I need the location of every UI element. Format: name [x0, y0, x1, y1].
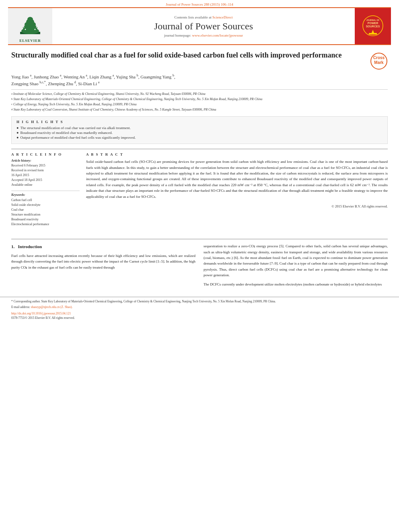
elsevier-label: ELSEVIER: [19, 39, 41, 43]
badge-icon: JOURNAL OF POWER SOURCES: [361, 14, 385, 38]
doi-link[interactable]: http://dx.doi.org/10.1016/j.jpowsour.201…: [11, 312, 71, 315]
svg-text:Cross: Cross: [373, 55, 385, 60]
page-container: Journal of Power Sources 288 (2015) 106–…: [0, 0, 399, 532]
abstract-column: A B S T R A C T Solid oxide-based carbon…: [86, 152, 388, 227]
corresponding-author-note: * Corresponding author. State Key Labora…: [11, 300, 388, 304]
authors: Yong Jiao a, Junhong Zhao a, Wenting An …: [11, 73, 388, 87]
article-title-row: Structurally modified coal char as a fue…: [11, 51, 388, 70]
svg-point-6: [27, 17, 33, 22]
email-note: E-mail address: shaozyp@njtech.edu.cn (Z…: [11, 305, 388, 310]
issn-line: 0378-7753/© 2015 Elsevier B.V. All right…: [0, 315, 399, 322]
affiliation-d: d State Key Laboratory of Coal Conversio…: [11, 107, 388, 112]
svg-text:Mark: Mark: [374, 60, 384, 65]
header-center: Contents lists available at ScienceDirec…: [52, 8, 355, 44]
highlight-bullet-2: ●: [16, 131, 19, 135]
intro-paragraph-1: Fuel cells have attracted increasing att…: [11, 253, 195, 270]
highlight-item-3: ● Output performance of modified char-fe…: [16, 136, 383, 140]
keyword-4: Structure modification: [11, 212, 80, 217]
footnote-section: * Corresponding author. State Key Labora…: [0, 297, 399, 309]
article-history-block: Article history: Received 6 February 201…: [11, 159, 80, 187]
homepage-line: journal homepage: www.elsevier.com/locat…: [164, 33, 243, 37]
intro-paragraph-2: sequestration to realize a zero-CO₂ ener…: [204, 243, 388, 278]
section-divider: [11, 239, 388, 239]
affiliation-a: a Institute of Molecular Science, Colleg…: [11, 92, 388, 97]
svg-text:JOURNAL OF: JOURNAL OF: [366, 19, 379, 21]
email-link[interactable]: shaozyp@njtech.edu.cn (Z. Shao).: [31, 305, 73, 309]
body-right-column: sequestration to realize a zero-CO₂ ener…: [204, 243, 388, 290]
keyword-6: Electrochemical performance: [11, 222, 80, 227]
article-info-column: A R T I C L E I N F O Article history: R…: [11, 152, 80, 227]
svg-rect-17: [369, 33, 377, 35]
body-content: 1. Introduction Fuel cells have attracte…: [0, 243, 399, 294]
affiliation-c: c College of Energy, Nanjing Tech Univer…: [11, 102, 388, 107]
keyword-2: Solid oxide electrolyte: [11, 203, 80, 207]
homepage-link[interactable]: www.elsevier.com/locate/jpowsour: [192, 33, 243, 37]
accepted-date: Accepted 18 April 2015: [11, 178, 80, 183]
received-revised-label: Received in revised form: [11, 168, 80, 173]
svg-point-7: [25, 29, 26, 30]
highlights-section: H I G H L I G H T S ● The structural mod…: [11, 116, 388, 144]
journal-badge: JOURNAL OF POWER SOURCES: [359, 12, 387, 40]
article-info-label: A R T I C L E I N F O: [11, 152, 80, 156]
history-label: Article history:: [11, 159, 80, 162]
body-left-column: 1. Introduction Fuel cells have attracte…: [11, 243, 195, 290]
highlights-title: H I G H L I G H T S: [16, 120, 383, 124]
keyword-3: Coal char: [11, 207, 80, 212]
journal-badge-area: JOURNAL OF POWER SOURCES: [355, 8, 391, 44]
abstract-label: A B S T R A C T: [86, 152, 388, 156]
intro-heading: 1. Introduction: [11, 243, 195, 251]
abstract-text: Solid oxide-based carbon fuel cells (SO-…: [86, 159, 388, 199]
keyword-5: Boudouard reactivity: [11, 217, 80, 222]
keyword-1: Carbon fuel cell: [11, 198, 80, 203]
intro-paragraph-3: The DCFCs currently under development ut…: [204, 281, 388, 287]
article-title-text: Structurally modified coal char as a fue…: [11, 51, 370, 60]
available-online: Available online: [11, 183, 80, 187]
highlight-bullet-1: ●: [16, 126, 19, 130]
highlight-item-1: ● The structural modification of coal ch…: [16, 126, 383, 130]
svg-text:POWER: POWER: [368, 22, 378, 25]
elsevier-logo-area: ELSEVIER: [8, 8, 52, 44]
journal-header: ELSEVIER Contents lists available at Sci…: [8, 7, 391, 45]
top-bar: Journal of Power Sources 288 (2015) 106–…: [0, 0, 399, 7]
svg-point-9: [23, 27, 25, 28]
affiliation-b: b State Key Laboratory of Materials-Orie…: [11, 97, 388, 102]
main-content: Structurally modified coal char as a fue…: [0, 45, 399, 235]
keywords-block: Keywords: Carbon fuel cell Solid oxide e…: [11, 191, 80, 227]
svg-point-10: [36, 27, 37, 28]
article-info-abstract: A R T I C L E I N F O Article history: R…: [11, 149, 388, 227]
received-date: Received 6 February 2015: [11, 163, 80, 168]
science-direct-line: Contents lists available at ScienceDirec…: [175, 15, 233, 19]
doi-line: http://dx.doi.org/10.1016/j.jpowsour.201…: [0, 310, 399, 315]
keywords-title: Keywords:: [11, 193, 80, 197]
affiliations: a Institute of Molecular Science, Colleg…: [11, 89, 388, 112]
highlight-bullet-3: ●: [16, 136, 19, 140]
svg-text:SOURCES: SOURCES: [366, 25, 380, 28]
crossmark-badge-icon: Cross Mark: [370, 52, 388, 70]
received-revised-date: 16 April 2015: [11, 173, 80, 178]
journal-ref: Journal of Power Sources 288 (2015) 106–…: [166, 2, 233, 6]
elsevier-tree-icon: [18, 16, 42, 38]
highlight-item-2: ● Boudouard reactivity of modified char …: [16, 131, 383, 135]
copyright-line: © 2015 Elsevier B.V. All rights reserved…: [86, 203, 388, 208]
science-direct-link[interactable]: ScienceDirect: [212, 15, 232, 19]
journal-title-header: Journal of Power Sources: [154, 21, 253, 32]
svg-point-8: [35, 29, 36, 30]
